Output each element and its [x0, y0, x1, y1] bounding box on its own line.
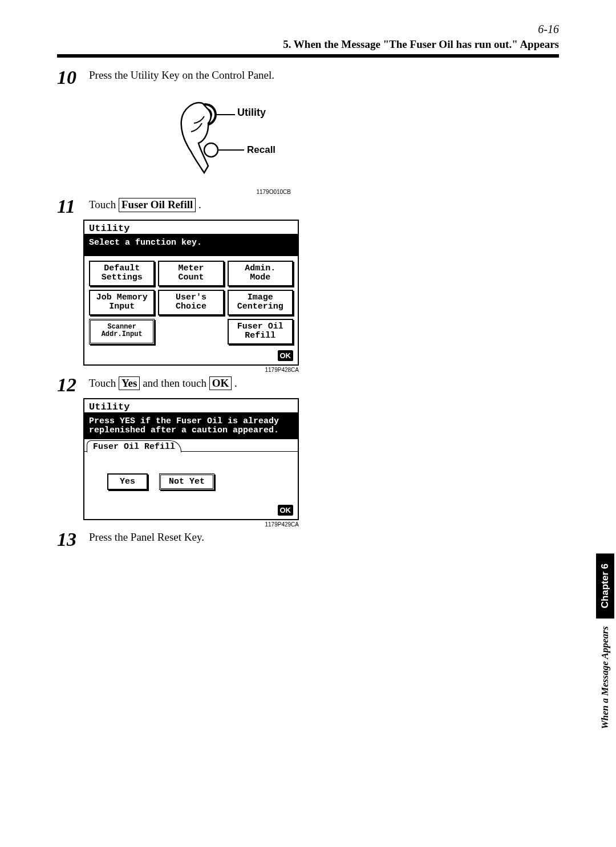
fn-image-centering[interactable]: Image Centering — [228, 290, 293, 315]
ok-button[interactable]: OK — [278, 505, 294, 516]
utility-key-illustration: Utility Recall — [137, 98, 291, 185]
lcd-title: Utility — [84, 221, 298, 235]
ok-button[interactable]: OK — [278, 350, 294, 361]
fn-default-settings[interactable]: Default Settings — [89, 261, 155, 286]
fn-fuser-oil-refill[interactable]: Fuser Oil Refill — [228, 319, 293, 345]
step-text: Touch Yes and then touch OK . — [89, 375, 237, 391]
lcd-instruction-bar: Select a function key. — [84, 235, 298, 256]
lcd-fuser-oil-confirm: Utility Press YES if the Fuser Oil is al… — [83, 398, 299, 528]
utility-label: Utility — [237, 107, 266, 119]
header-rule — [57, 54, 559, 58]
step-10: 10 Press the Utility Key on the Control … — [57, 68, 559, 87]
fn-meter-count[interactable]: Meter Count — [158, 261, 224, 286]
chapter-title: When a Message Appears — [599, 626, 611, 729]
chapter-label: Chapter 6 — [596, 553, 614, 618]
function-key-grid: Default Settings Meter Count Admin. Mode… — [89, 261, 293, 345]
side-tab: Chapter 6 When a Message Appears — [594, 553, 616, 730]
step-11: 11 Touch Fuser Oil Refill . — [57, 197, 559, 216]
step-number: 13 — [57, 530, 83, 549]
fn-users-choice[interactable]: User's Choice — [158, 290, 224, 315]
step-13: 13 Press the Panel Reset Key. — [57, 530, 559, 549]
not-yet-button[interactable]: Not Yet — [159, 473, 214, 490]
step-text: Press the Utility Key on the Control Pan… — [89, 68, 274, 82]
touch-target-yes: Yes — [119, 376, 140, 391]
touch-target-label: Fuser Oil Refill — [119, 198, 196, 212]
lcd-title: Utility — [84, 399, 298, 414]
step-number: 12 — [57, 375, 83, 395]
fn-scanner-addr-input[interactable]: Scanner Addr.Input — [89, 319, 155, 345]
fn-empty-slot — [158, 319, 224, 345]
svg-point-6 — [204, 143, 218, 157]
recall-label: Recall — [247, 144, 275, 156]
lcd-code: 1179P428CA — [83, 366, 299, 373]
lcd-tab: Fuser Oil Refill — [87, 440, 181, 452]
step-text: Touch Fuser Oil Refill . — [89, 197, 201, 212]
step-text: Press the Panel Reset Key. — [89, 530, 204, 544]
lcd-instruction-bar: Press YES if the Fuser Oil is already re… — [84, 414, 298, 439]
lcd-code: 1179P429CA — [83, 520, 299, 528]
step-number: 10 — [57, 68, 83, 87]
step-number: 11 — [57, 197, 83, 216]
fn-job-memory-input[interactable]: Job Memory Input — [89, 290, 155, 315]
page-number: 6-16 — [57, 23, 559, 36]
step-12: 12 Touch Yes and then touch OK . — [57, 375, 559, 395]
yes-button[interactable]: Yes — [107, 473, 148, 490]
touch-target-ok: OK — [209, 376, 232, 391]
section-heading: 5. When the Message "The Fuser Oil has r… — [57, 38, 559, 51]
fn-admin-mode[interactable]: Admin. Mode — [228, 261, 293, 286]
illustration-code: 1179O010CB — [137, 189, 291, 195]
lcd-utility-menu: Utility Select a function key. Default S… — [83, 220, 299, 373]
